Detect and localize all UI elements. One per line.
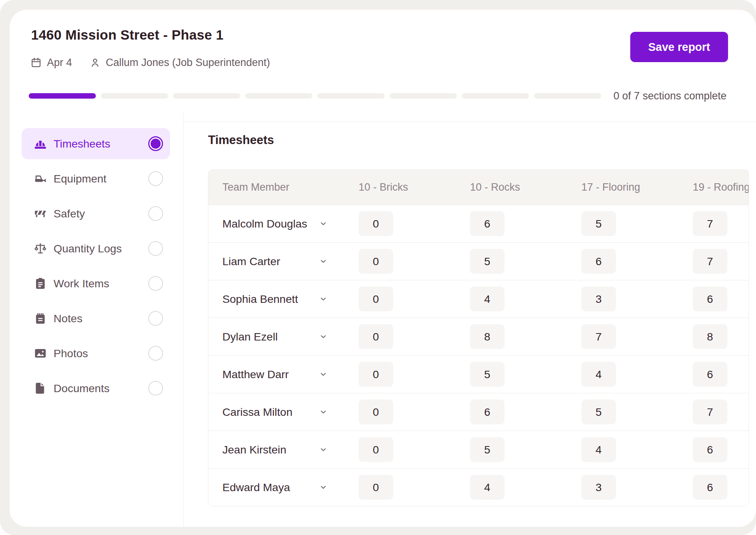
sidebar-item-label: Equipment bbox=[54, 172, 106, 185]
hours-value[interactable]: 5 bbox=[581, 400, 616, 424]
hours-cell: 8 bbox=[470, 324, 581, 349]
sidebar-item-label: Notes bbox=[54, 312, 82, 325]
hours-value[interactable]: 6 bbox=[693, 437, 727, 462]
progress-segment bbox=[173, 93, 240, 99]
sidebar-item-label: Work Items bbox=[54, 277, 109, 290]
table-row-dylan-ezell: Dylan Ezell0878 bbox=[208, 318, 749, 355]
hours-value[interactable]: 4 bbox=[470, 287, 505, 311]
hours-value[interactable]: 5 bbox=[470, 362, 505, 387]
hours-value[interactable]: 6 bbox=[470, 400, 505, 424]
barricade-icon bbox=[33, 207, 47, 221]
sidebar-item-timesheets[interactable]: Timesheets bbox=[22, 128, 170, 159]
sidebar-item-work-items[interactable]: Work Items bbox=[22, 268, 170, 299]
content-top-divider bbox=[184, 122, 756, 122]
section-heading: Timesheets bbox=[208, 133, 274, 147]
hours-cell: 0 bbox=[359, 324, 470, 349]
column-header-17-flooring: 17 - Flooring bbox=[581, 181, 693, 193]
hours-value[interactable]: 5 bbox=[470, 249, 505, 274]
hours-value[interactable]: 8 bbox=[693, 324, 727, 349]
team-member-name: Carissa Milton bbox=[222, 406, 293, 419]
chevron-down-icon[interactable] bbox=[319, 257, 328, 266]
hours-value[interactable]: 6 bbox=[693, 362, 727, 387]
hours-value[interactable]: 4 bbox=[581, 362, 616, 387]
hours-cell: 8 bbox=[693, 324, 749, 349]
hours-value[interactable]: 5 bbox=[581, 211, 616, 236]
section-complete-radio-documents[interactable] bbox=[148, 381, 163, 396]
hours-value[interactable]: 0 bbox=[359, 437, 393, 462]
chevron-down-icon[interactable] bbox=[319, 483, 328, 492]
section-complete-radio-quantity-logs[interactable] bbox=[148, 241, 163, 256]
sidebar-item-notes[interactable]: Notes bbox=[22, 303, 170, 334]
hours-value[interactable]: 6 bbox=[693, 287, 727, 311]
hours-cell: 0 bbox=[359, 249, 470, 274]
document-icon bbox=[33, 381, 47, 395]
chevron-down-icon[interactable] bbox=[319, 294, 328, 304]
hours-cell: 0 bbox=[359, 400, 470, 424]
screenshot-root: 1460 Mission Street - Phase 1 Apr 4 Call… bbox=[0, 0, 756, 535]
hours-value[interactable]: 6 bbox=[693, 475, 727, 500]
hours-cell: 6 bbox=[470, 211, 581, 236]
hours-cell: 5 bbox=[470, 437, 581, 462]
hours-value[interactable]: 8 bbox=[470, 324, 505, 349]
hours-value[interactable]: 0 bbox=[359, 362, 393, 387]
sidebar-item-label: Timesheets bbox=[54, 137, 110, 150]
hours-value[interactable]: 0 bbox=[359, 249, 393, 274]
sidebar-item-photos[interactable]: Photos bbox=[22, 338, 170, 369]
hours-value[interactable]: 3 bbox=[581, 287, 616, 311]
hours-value[interactable]: 0 bbox=[359, 324, 393, 349]
hours-cell: 6 bbox=[693, 362, 749, 387]
save-report-button[interactable]: Save report bbox=[630, 32, 728, 62]
section-complete-radio-equipment[interactable] bbox=[148, 171, 163, 186]
progress-segment bbox=[462, 93, 529, 99]
chevron-down-icon[interactable] bbox=[319, 332, 328, 341]
chevron-down-icon[interactable] bbox=[319, 407, 328, 417]
sidebar-item-equipment[interactable]: Equipment bbox=[22, 163, 170, 194]
team-member-cell: Matthew Darr bbox=[208, 368, 359, 381]
chevron-down-icon[interactable] bbox=[319, 445, 328, 454]
hours-value[interactable]: 4 bbox=[581, 437, 616, 462]
sidebar-item-documents[interactable]: Documents bbox=[22, 373, 170, 404]
hours-value[interactable]: 7 bbox=[693, 400, 727, 424]
hours-cell: 7 bbox=[581, 324, 693, 349]
progress-bar bbox=[29, 93, 601, 99]
chevron-down-icon[interactable] bbox=[319, 219, 328, 228]
table-body: Malcolm Douglas0657Liam Carter0567Sophia… bbox=[208, 205, 749, 506]
page-title: 1460 Mission Street - Phase 1 bbox=[31, 27, 224, 43]
photo-icon bbox=[33, 346, 47, 360]
hours-value[interactable]: 7 bbox=[693, 211, 727, 236]
table-row-malcolm-douglas: Malcolm Douglas0657 bbox=[208, 205, 749, 242]
team-member-cell: Carissa Milton bbox=[208, 406, 359, 419]
section-complete-radio-timesheets[interactable] bbox=[148, 136, 163, 151]
team-member-cell: Sophia Bennett bbox=[208, 293, 359, 306]
hours-value[interactable]: 4 bbox=[470, 475, 505, 500]
section-complete-radio-work-items[interactable] bbox=[148, 276, 163, 291]
hours-value[interactable]: 0 bbox=[359, 211, 393, 236]
hours-cell: 3 bbox=[581, 287, 693, 311]
bulldozer-icon bbox=[33, 172, 47, 186]
hours-cell: 6 bbox=[693, 287, 749, 311]
hours-value[interactable]: 0 bbox=[359, 400, 393, 424]
hours-value[interactable]: 6 bbox=[581, 249, 616, 274]
hours-cell: 4 bbox=[470, 287, 581, 311]
progress-segment bbox=[245, 93, 312, 99]
hours-value[interactable]: 0 bbox=[359, 475, 393, 500]
hours-value[interactable]: 3 bbox=[581, 475, 616, 500]
section-complete-radio-safety[interactable] bbox=[148, 206, 163, 221]
team-member-name: Dylan Ezell bbox=[222, 330, 278, 343]
hours-value[interactable]: 5 bbox=[470, 437, 505, 462]
hours-cell: 5 bbox=[470, 362, 581, 387]
team-member-cell: Malcolm Douglas bbox=[208, 217, 359, 230]
section-nav: TimesheetsEquipmentSafetyQuantity LogsWo… bbox=[22, 128, 170, 404]
sidebar-item-quantity-logs[interactable]: Quantity Logs bbox=[22, 233, 170, 264]
chevron-down-icon[interactable] bbox=[319, 370, 328, 379]
hours-value[interactable]: 7 bbox=[693, 249, 727, 274]
sidebar-item-label: Quantity Logs bbox=[54, 242, 122, 255]
hours-value[interactable]: 6 bbox=[470, 211, 505, 236]
sidebar-item-safety[interactable]: Safety bbox=[22, 198, 170, 229]
section-complete-radio-notes[interactable] bbox=[148, 311, 163, 326]
hours-value[interactable]: 0 bbox=[359, 287, 393, 311]
column-header-team-member: Team Member bbox=[208, 181, 359, 193]
hours-cell: 0 bbox=[359, 362, 470, 387]
hours-value[interactable]: 7 bbox=[581, 324, 616, 349]
section-complete-radio-photos[interactable] bbox=[148, 346, 163, 361]
